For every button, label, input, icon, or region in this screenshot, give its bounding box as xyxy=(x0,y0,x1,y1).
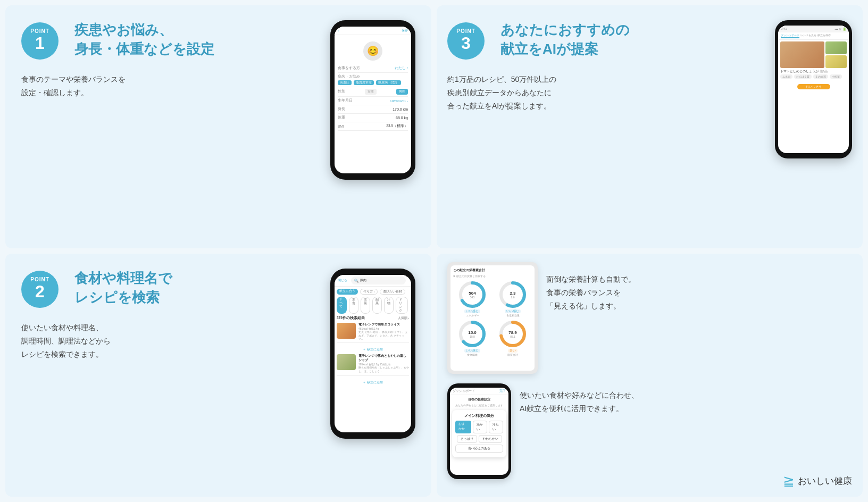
point1-card: POINT 1 疾患やお悩み、 身長・体重などを設定 食事のテーマや栄養バランス… xyxy=(5,5,431,248)
oishiso-btn[interactable]: おいしそう xyxy=(797,84,830,89)
salt-circle-container: 2.3 2.6 いい感じ 食塩相当量 xyxy=(494,280,532,317)
field-who-value[interactable]: わたし › xyxy=(395,65,408,71)
point3-badge: POINT 3 xyxy=(447,22,485,60)
weight-label: 体重 xyxy=(338,115,345,120)
fat-val: 78.9 xyxy=(508,330,517,335)
salt-badge: いい感じ xyxy=(505,309,521,313)
point3-desc-line2: 疾患別献立データからあなたに xyxy=(447,88,552,97)
point3-desc-line3: 合った献立をAIが提案します。 xyxy=(447,102,551,110)
fiber-label: 食物繊維 xyxy=(467,353,478,356)
tab-all[interactable]: すべて xyxy=(337,297,347,314)
recipe2-btn-label: 献立に追加 xyxy=(367,381,383,384)
tab-dashboard[interactable]: ダッシュボード xyxy=(781,34,799,38)
filter-ingredient-btn[interactable]: 選びたい食材 xyxy=(380,289,405,295)
phone1-mockup: ‹ 保存 😊 食事をする方 わたし › 病名・お悩み 高血圧 xyxy=(330,20,415,180)
food-image-2 xyxy=(825,41,847,54)
tag-dyslipidemia: 脂質異常症 xyxy=(354,80,374,85)
small-phone-screen: ダッシュボード 完了 現在の提案設定 あなたの声をもとに献立をご提案します メイ… xyxy=(450,388,508,475)
small-phone-done[interactable]: 完了 xyxy=(499,389,506,393)
filter-method-btn[interactable]: 作り方 › xyxy=(360,289,378,295)
small-phone-title: 現在の提案設定 xyxy=(452,397,506,402)
point1-badge-number: 1 xyxy=(35,34,45,53)
tab-recipe[interactable]: レシメを見る xyxy=(800,34,816,38)
fiber-val2: 15.8 xyxy=(468,335,477,338)
point2-title-line1: 食材や料理名で xyxy=(74,270,172,286)
bmi-value: 23.5（標準） xyxy=(386,124,408,129)
recipe2-add-btn[interactable]: ＋ 献立に追加 xyxy=(337,379,409,385)
energy-val2: 543 xyxy=(469,296,475,299)
tab-staple[interactable]: 主食 xyxy=(349,297,358,314)
btn-light[interactable]: さっぱり xyxy=(457,435,477,443)
tab-soup[interactable]: 汁物 xyxy=(384,297,394,314)
nutrition-title: この献立の栄養素合計 xyxy=(453,268,532,273)
point1-desc-line2: 設定・確認します。 xyxy=(21,88,88,97)
small-phone-tab[interactable]: ダッシュボード xyxy=(453,389,475,393)
recipe1-title: 電子レンジで簡単タコライス xyxy=(358,323,409,327)
point2-badge-number: 2 xyxy=(35,282,45,301)
point2-desc-line3: レシピを検索できます。 xyxy=(21,350,103,358)
close-label[interactable]: 閉じる xyxy=(338,278,347,283)
nutrition-subtitle: ▶ 献立の目安量と比較する xyxy=(453,274,532,278)
save-button[interactable]: 保存 xyxy=(402,28,408,33)
point2-badge: POINT 2 xyxy=(21,271,59,308)
fat-val2: 85.1 xyxy=(508,335,517,338)
sort-btn[interactable]: 人気順 › xyxy=(398,316,409,320)
point2-card: POINT 2 食材や料理名で レシピを検索 使いたい食材や料理名、 調理時間、… xyxy=(5,254,431,497)
point1-desc-line1: 食事のテーマや栄養バランスを xyxy=(21,75,126,83)
point1-desc: 食事のテーマや栄養バランスを 設定・確認します。 xyxy=(21,73,330,99)
salt-label: 食塩相当量 xyxy=(506,314,520,317)
height-label: 身長 xyxy=(338,107,345,112)
btn-soft[interactable]: やわらかい xyxy=(479,435,502,443)
phone2-area: 閉じる 🔍 豚肉 献立に合う 作り方 › 選びたい食材 すべて 主食 xyxy=(330,269,415,439)
point1-title-line1: 疾患やお悩み、 xyxy=(74,22,173,38)
tag-veg: たんぱく質 xyxy=(794,74,812,79)
fat-circle-container: 78.9 85.1 多い 脂質合計 xyxy=(494,319,532,356)
recipe1-desc: 丈夫（押ス 2切）、豚赤身肉: トマト、玉ねぎ、アボカド、レタス、A: グチャッ… xyxy=(358,330,409,340)
phone2-mockup: 閉じる 🔍 豚肉 献立に合う 作り方 › 選びたい食材 すべて 主食 xyxy=(330,269,415,439)
birthday-label: 生年月日 xyxy=(338,98,353,103)
avatar: 😊 xyxy=(363,41,382,61)
recipe1-add-btn[interactable]: ＋ 献立に追加 xyxy=(337,346,409,352)
phone3-time: 9:41 xyxy=(781,27,787,31)
tag-salt: 小松菜 xyxy=(830,74,842,79)
btn-filling[interactable]: 食べ応えのある xyxy=(455,445,503,453)
point4-desc-line3: 「見える化」します。 xyxy=(546,302,621,310)
phone3-area: 9:41 ▪▪▪ ≋ 🔋 ダッシュボード レシメを見る 献立を保存 xyxy=(775,20,852,158)
gender-female-btn[interactable]: 女性 xyxy=(365,89,377,95)
point3-desc: 約1万品のレシピ、50万件以上の 疾患別献立データからあなたに 合った献立をAI… xyxy=(447,73,775,113)
point3-badge-number: 3 xyxy=(461,34,471,53)
point3-card: POINT 3 あなたにおすすめの 献立をAIが提案 約1万品のレシピ、50万件… xyxy=(437,5,863,248)
food-image-3 xyxy=(825,55,847,68)
result-count: 375件の検索結果 xyxy=(337,316,365,321)
birthday-value[interactable]: 1985/04/01 › xyxy=(390,99,408,103)
weight-value: 68.0 kg xyxy=(396,116,408,120)
nutrition-bg-phone: この献立の栄養素合計 ▶ 献立の目安量と比較する xyxy=(447,262,538,374)
fat-badge: 多い xyxy=(508,349,518,353)
fiber-badge: いい感じ xyxy=(464,349,480,353)
tab-main[interactable]: 主菜 xyxy=(361,297,370,314)
search-icon: 🔍 xyxy=(354,279,358,283)
fiber-circle-container: 15.0 15.8 いい感じ 食物繊維 xyxy=(453,319,491,356)
btn-warm[interactable]: 温かい xyxy=(473,421,487,433)
btn-cold[interactable]: 冷たい xyxy=(489,421,503,433)
phone3-signal: ▪▪▪ ≋ 🔋 xyxy=(834,27,846,31)
small-phone-mockup: ダッシュボード 完了 現在の提案設定 あなたの声をもとに献立をご提案します メイ… xyxy=(447,383,511,479)
point4-desc-line1: 面倒な栄養計算も自動で。 xyxy=(546,275,636,283)
energy-label: エネルギー xyxy=(466,314,479,317)
filter-menu-btn[interactable]: 献立に合う xyxy=(337,289,358,295)
field-who-label: 食事をする方 xyxy=(338,66,360,71)
phone1-area: ‹ 保存 😊 食事をする方 わたし › 病名・お悩み 高血圧 xyxy=(330,20,415,180)
phone1-screen: ‹ 保存 😊 食事をする方 わたし › 病名・お悩み 高血圧 xyxy=(335,27,411,173)
tab-drink[interactable]: ドリンク xyxy=(396,297,408,314)
point4-desc2-line2: AI献立を便利に活用できます。 xyxy=(520,404,623,413)
btn-omakase[interactable]: おまかせ xyxy=(455,421,471,433)
gender-male-btn[interactable]: 男性 xyxy=(396,89,408,95)
tag-cal: えのき茸 xyxy=(813,74,828,79)
point2-desc: 使いたい食材や料理名、 調理時間、調理法などから レシピを検索できます。 xyxy=(21,321,330,362)
tab-menu[interactable]: 献立を保存 xyxy=(817,34,831,38)
tab-side[interactable]: 副菜 xyxy=(372,297,382,314)
logo-icon: ≧ xyxy=(783,473,795,489)
back-arrow-icon: ‹ xyxy=(338,28,339,33)
point3-title-line1: あなたにおすすめの xyxy=(500,22,630,38)
phone3-screen: 9:41 ▪▪▪ ≋ 🔋 ダッシュボード レシメを見る 献立を保存 xyxy=(778,26,849,153)
